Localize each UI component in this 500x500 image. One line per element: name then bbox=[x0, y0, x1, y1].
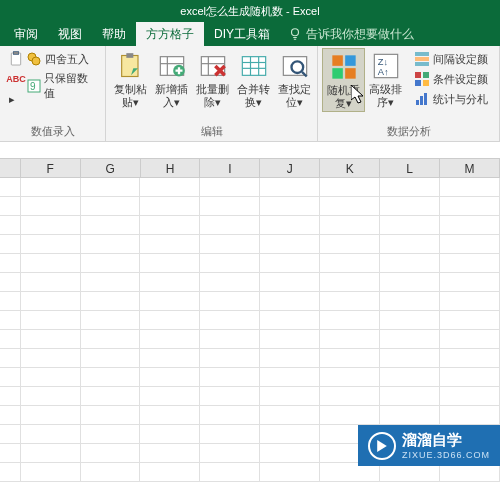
cell[interactable] bbox=[440, 273, 500, 292]
cell[interactable] bbox=[440, 311, 500, 330]
cell[interactable] bbox=[260, 216, 320, 235]
cell[interactable] bbox=[380, 235, 440, 254]
cell[interactable] bbox=[21, 387, 81, 406]
cell[interactable] bbox=[21, 197, 81, 216]
cell[interactable] bbox=[81, 273, 141, 292]
cell[interactable] bbox=[320, 254, 380, 273]
cell[interactable] bbox=[440, 235, 500, 254]
cell[interactable] bbox=[380, 254, 440, 273]
tab-view[interactable]: 视图 bbox=[48, 22, 92, 47]
cell[interactable] bbox=[260, 349, 320, 368]
cell[interactable] bbox=[260, 330, 320, 349]
tell-me[interactable]: 告诉我你想要做什么 bbox=[288, 26, 414, 43]
cell[interactable] bbox=[200, 349, 260, 368]
cell[interactable] bbox=[200, 197, 260, 216]
tab-ffgz[interactable]: 方方格子 bbox=[136, 22, 204, 47]
cell[interactable] bbox=[140, 406, 200, 425]
cell[interactable] bbox=[81, 330, 141, 349]
cell[interactable] bbox=[21, 235, 81, 254]
cell[interactable] bbox=[200, 292, 260, 311]
cell[interactable] bbox=[140, 254, 200, 273]
cell[interactable] bbox=[140, 235, 200, 254]
cell[interactable] bbox=[320, 235, 380, 254]
cell[interactable] bbox=[440, 330, 500, 349]
cell[interactable] bbox=[140, 178, 200, 197]
cell[interactable] bbox=[380, 216, 440, 235]
col-L[interactable]: L bbox=[380, 159, 440, 177]
misc-btn[interactable]: ▸ bbox=[6, 90, 20, 108]
cell[interactable] bbox=[21, 254, 81, 273]
cell[interactable] bbox=[440, 197, 500, 216]
cell[interactable] bbox=[320, 387, 380, 406]
col-F[interactable]: F bbox=[21, 159, 81, 177]
cell[interactable] bbox=[440, 368, 500, 387]
cell[interactable] bbox=[140, 311, 200, 330]
cell[interactable] bbox=[200, 425, 260, 444]
interval-color-btn[interactable]: 间隔设定颜 bbox=[412, 50, 490, 68]
cell[interactable] bbox=[81, 292, 141, 311]
cell[interactable] bbox=[81, 387, 141, 406]
cell[interactable] bbox=[260, 387, 320, 406]
cell[interactable] bbox=[81, 178, 141, 197]
cell[interactable] bbox=[380, 292, 440, 311]
cell[interactable] bbox=[440, 387, 500, 406]
stats-btn[interactable]: 统计与分札 bbox=[412, 90, 490, 108]
cell[interactable] bbox=[260, 178, 320, 197]
abc-btn[interactable]: ABC bbox=[6, 70, 20, 88]
cell[interactable] bbox=[440, 216, 500, 235]
cell[interactable] bbox=[440, 178, 500, 197]
cell[interactable] bbox=[440, 292, 500, 311]
cell[interactable] bbox=[21, 425, 81, 444]
cell[interactable] bbox=[81, 197, 141, 216]
cell[interactable] bbox=[21, 216, 81, 235]
cell[interactable] bbox=[140, 387, 200, 406]
cell[interactable] bbox=[200, 311, 260, 330]
cell[interactable] bbox=[200, 330, 260, 349]
merge-btn[interactable]: 合并转 换▾ bbox=[233, 48, 274, 110]
cell[interactable] bbox=[200, 235, 260, 254]
cell[interactable] bbox=[140, 444, 200, 463]
cell[interactable] bbox=[380, 197, 440, 216]
cell[interactable] bbox=[320, 197, 380, 216]
tab-help[interactable]: 帮助 bbox=[92, 22, 136, 47]
cell[interactable] bbox=[320, 178, 380, 197]
cell[interactable] bbox=[200, 444, 260, 463]
cell[interactable] bbox=[140, 216, 200, 235]
cell[interactable] bbox=[380, 406, 440, 425]
cell[interactable] bbox=[81, 349, 141, 368]
cell[interactable] bbox=[260, 463, 320, 482]
cell[interactable] bbox=[320, 330, 380, 349]
cell[interactable] bbox=[21, 273, 81, 292]
cell[interactable] bbox=[200, 216, 260, 235]
cell[interactable] bbox=[260, 311, 320, 330]
cell[interactable] bbox=[260, 235, 320, 254]
cell[interactable] bbox=[200, 463, 260, 482]
col-M[interactable]: M bbox=[440, 159, 500, 177]
cell[interactable] bbox=[260, 292, 320, 311]
cell[interactable] bbox=[140, 273, 200, 292]
cell[interactable] bbox=[21, 406, 81, 425]
cell[interactable] bbox=[320, 406, 380, 425]
cell[interactable] bbox=[440, 406, 500, 425]
cell[interactable] bbox=[260, 254, 320, 273]
cell[interactable] bbox=[260, 273, 320, 292]
cell[interactable] bbox=[380, 387, 440, 406]
cell[interactable] bbox=[260, 406, 320, 425]
cell[interactable] bbox=[200, 178, 260, 197]
cell[interactable] bbox=[81, 216, 141, 235]
tab-review[interactable]: 审阅 bbox=[4, 22, 48, 47]
cell[interactable] bbox=[380, 273, 440, 292]
cell[interactable] bbox=[140, 330, 200, 349]
cell[interactable] bbox=[200, 387, 260, 406]
delete-btn[interactable]: 批量删 除▾ bbox=[192, 48, 233, 110]
cell[interactable] bbox=[320, 311, 380, 330]
cell[interactable] bbox=[81, 425, 141, 444]
cell[interactable] bbox=[320, 273, 380, 292]
cell[interactable] bbox=[81, 311, 141, 330]
cell[interactable] bbox=[320, 368, 380, 387]
cell[interactable] bbox=[81, 406, 141, 425]
copy-paste-btn[interactable]: 复制粘 贴▾ bbox=[110, 48, 151, 110]
insert-btn[interactable]: 新增插 入▾ bbox=[151, 48, 192, 110]
cell[interactable] bbox=[81, 463, 141, 482]
cell[interactable] bbox=[81, 235, 141, 254]
